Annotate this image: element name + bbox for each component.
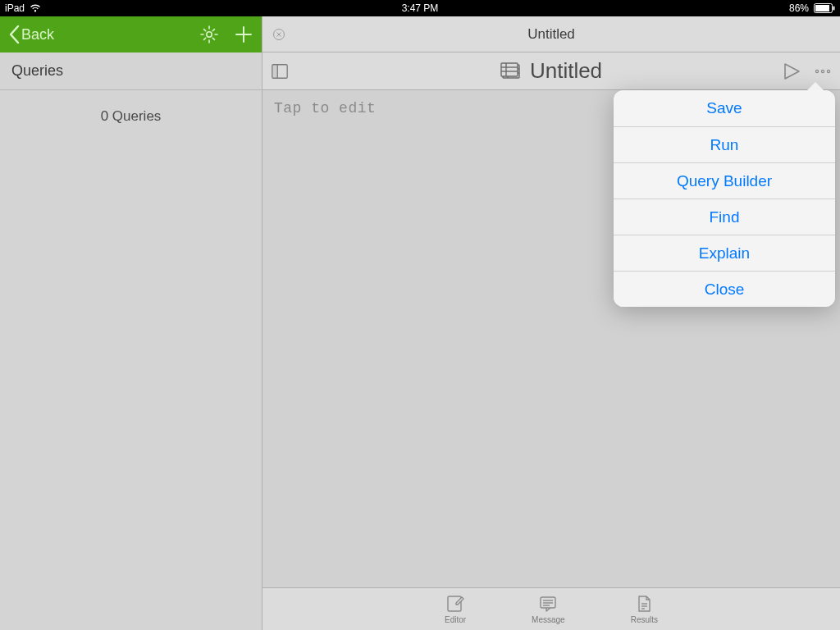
close-icon[interactable] [272, 28, 285, 41]
play-icon[interactable] [781, 61, 802, 82]
bottom-tabs: Editor Message Results [262, 587, 840, 630]
svg-point-16 [815, 70, 818, 72]
svg-rect-2 [833, 7, 835, 11]
status-left: iPad [5, 2, 41, 14]
actions-popover: Save Run Query Builder Find Explain Clos… [614, 90, 835, 307]
tab-editor[interactable]: Editor [445, 594, 466, 624]
editor-area[interactable]: Tap to edit Save Run Query Builder Find … [262, 90, 840, 587]
status-right: 86% [789, 2, 835, 14]
menu-item-save[interactable]: Save [614, 90, 835, 126]
back-label: Back [21, 26, 54, 43]
message-icon [538, 594, 558, 614]
sidebar-header: Back [0, 16, 262, 52]
sidebar: Back Queries 0 Queries [0, 16, 262, 630]
gear-icon[interactable] [199, 25, 219, 44]
sidebar-toggle-icon[interactable] [271, 62, 289, 80]
status-bar: iPad 3:47 PM 86% [0, 0, 840, 16]
svg-rect-12 [501, 63, 518, 76]
status-time: 3:47 PM [0, 2, 840, 14]
battery-percent: 86% [789, 2, 809, 14]
svg-rect-1 [815, 5, 829, 11]
device-label: iPad [5, 2, 25, 14]
back-button[interactable]: Back [8, 25, 54, 44]
sidebar-empty-text: 0 Queries [0, 108, 262, 125]
svg-point-3 [207, 32, 212, 37]
menu-item-query-builder[interactable]: Query Builder [614, 162, 835, 199]
plus-icon[interactable] [234, 25, 253, 44]
tab-message[interactable]: Message [532, 594, 565, 624]
chevron-left-icon [8, 25, 20, 44]
tab-label: Editor [445, 615, 466, 624]
main-header: Untitled [262, 16, 840, 52]
menu-item-find[interactable]: Find [614, 199, 835, 235]
svg-point-18 [827, 70, 829, 72]
menu-item-explain[interactable]: Explain [614, 235, 835, 271]
app-window: Back Queries 0 Queries Untitled [0, 16, 840, 630]
wifi-icon [30, 4, 41, 12]
battery-icon [814, 3, 835, 13]
toolbar: Untitled [262, 52, 840, 90]
table-icon [500, 61, 522, 82]
tab-results[interactable]: Results [631, 594, 658, 624]
document-icon [634, 594, 654, 614]
menu-item-run[interactable]: Run [614, 126, 835, 162]
tab-label: Results [631, 615, 658, 624]
tab-label: Message [532, 615, 565, 624]
sidebar-title: Queries [0, 52, 262, 90]
edit-icon [445, 594, 465, 614]
svg-rect-6 [272, 64, 277, 78]
document-title[interactable]: Untitled [530, 58, 602, 84]
menu-item-close[interactable]: Close [614, 271, 835, 307]
page-title: Untitled [527, 26, 575, 43]
main-panel: Untitled Untitled [262, 16, 840, 630]
more-icon[interactable] [814, 62, 832, 80]
svg-point-17 [821, 70, 824, 72]
